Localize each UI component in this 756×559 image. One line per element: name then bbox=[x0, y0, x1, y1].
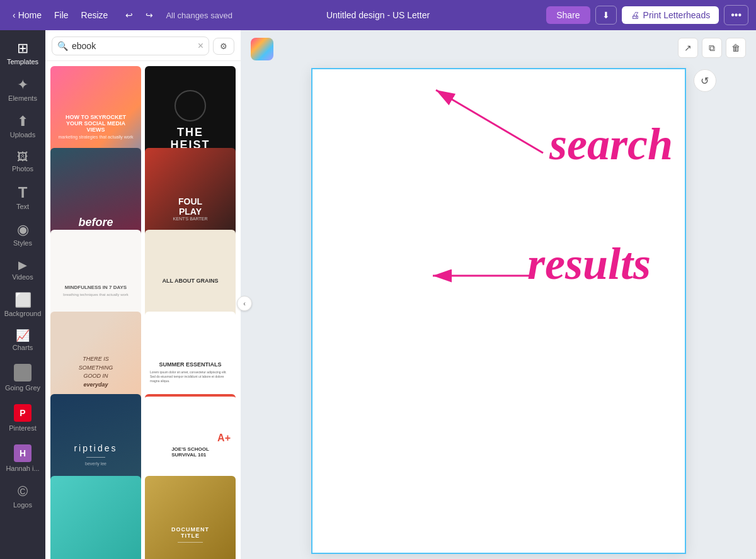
sidebar-item-charts-label: Charts bbox=[13, 344, 33, 351]
home-label: Home bbox=[18, 10, 42, 20]
pinterest-icon: P bbox=[14, 404, 32, 422]
duplicate-icon: ⧉ bbox=[709, 43, 715, 54]
sidebar-item-background[interactable]: ⬜ Background bbox=[0, 287, 45, 324]
canvas-area: ↗ ⧉ 🗑 ↺ bbox=[241, 30, 756, 559]
more-icon: ••• bbox=[731, 9, 742, 20]
sidebar-item-templates[interactable]: ⊞ Templates bbox=[0, 35, 45, 72]
search-input[interactable] bbox=[72, 41, 194, 51]
redo-button[interactable]: ↪ bbox=[140, 8, 158, 23]
filter-icon: ⚙ bbox=[220, 42, 227, 51]
photos-icon: 🖼 bbox=[17, 151, 28, 162]
topbar: ‹ Home File Resize ↩ ↪ All changes saved… bbox=[0, 0, 756, 30]
sidebar-item-text[interactable]: T Text bbox=[0, 179, 45, 217]
templates-panel: 🔍 × ⚙ HOW TO SKYROCKET YOUR SOCIAL MEDIA… bbox=[45, 30, 241, 559]
elements-icon: ✦ bbox=[17, 78, 28, 92]
list-item[interactable]: DOCUMENTTITLE bbox=[145, 476, 236, 559]
sidebar-item-styles-label: Styles bbox=[13, 239, 32, 247]
charts-icon: 📈 bbox=[16, 330, 30, 341]
sidebar-item-uploads-label: Uploads bbox=[10, 131, 35, 138]
sidebar-item-photos[interactable]: 🖼 Photos bbox=[0, 145, 45, 179]
heist-vinyl bbox=[175, 90, 206, 121]
sidebar-item-videos-label: Videos bbox=[12, 273, 33, 281]
sidebar-item-hannah-label: Hannah i... bbox=[6, 465, 39, 472]
print-button[interactable]: 🖨 Print Letterheads bbox=[622, 6, 719, 24]
sidebar-item-going-grey[interactable]: Going Grey bbox=[0, 358, 45, 398]
color-palette-button[interactable] bbox=[251, 38, 273, 60]
save-status: All changes saved bbox=[166, 11, 232, 20]
more-options-button[interactable]: ••• bbox=[724, 5, 748, 25]
duplicate-page-button[interactable]: ⧉ bbox=[702, 38, 722, 58]
collapse-icon: ‹ bbox=[243, 300, 246, 307]
sidebar-item-videos[interactable]: ▶ Videos bbox=[0, 253, 45, 287]
history-nav: ↩ ↪ bbox=[120, 8, 158, 23]
undo-icon: ↩ bbox=[125, 10, 133, 20]
search-icon: 🔍 bbox=[57, 41, 68, 51]
topbar-actions: Share ⬇ 🖨 Print Letterheads ••• bbox=[546, 5, 748, 25]
background-icon: ⬜ bbox=[14, 293, 32, 307]
templates-grid: HOW TO SKYROCKET YOUR SOCIAL MEDIA VIEWS… bbox=[45, 61, 241, 559]
trash-icon: 🗑 bbox=[731, 43, 740, 53]
text-icon: T bbox=[18, 185, 28, 200]
print-icon: 🖨 bbox=[631, 10, 639, 20]
open-in-new-button[interactable]: ↗ bbox=[678, 38, 698, 58]
canvas-toolbar: ↗ ⧉ 🗑 bbox=[678, 38, 746, 58]
sidebar-item-charts[interactable]: 📈 Charts bbox=[0, 324, 45, 358]
uploads-icon: ⬆ bbox=[17, 115, 28, 128]
print-label: Print Letterheads bbox=[643, 10, 711, 20]
delete-page-button[interactable]: 🗑 bbox=[726, 38, 746, 58]
videos-icon: ▶ bbox=[18, 259, 27, 271]
redo-icon: ↪ bbox=[146, 10, 153, 20]
sidebar-item-elements-label: Elements bbox=[8, 94, 37, 102]
sidebar-item-background-label: Background bbox=[4, 310, 42, 317]
download-icon: ⬇ bbox=[602, 10, 610, 20]
filter-button[interactable]: ⚙ bbox=[213, 38, 234, 55]
sidebar-item-photos-label: Photos bbox=[12, 165, 33, 172]
sidebar-item-styles[interactable]: ◉ Styles bbox=[0, 217, 45, 253]
download-button[interactable]: ⬇ bbox=[595, 6, 617, 25]
sidebar-item-pinterest[interactable]: P Pinterest bbox=[0, 398, 45, 438]
sidebar-item-uploads[interactable]: ⬆ Uploads bbox=[0, 108, 45, 145]
sidebar-item-going-grey-label: Going Grey bbox=[5, 384, 40, 392]
sidebar-item-logos[interactable]: © Logos bbox=[0, 478, 45, 515]
clear-search-button[interactable]: × bbox=[198, 40, 203, 52]
sidebar: ⊞ Templates ✦ Elements ⬆ Uploads 🖼 Photo… bbox=[0, 30, 45, 559]
collapse-panel-button[interactable]: ‹ bbox=[237, 296, 252, 311]
design-title: Untitled design - US Letter bbox=[326, 10, 430, 20]
styles-icon: ◉ bbox=[17, 223, 29, 237]
hannah-icon: H bbox=[14, 444, 32, 462]
main-layout: ⊞ Templates ✦ Elements ⬆ Uploads 🖼 Photo… bbox=[0, 30, 756, 559]
open-new-icon: ↗ bbox=[684, 43, 692, 53]
logos-icon: © bbox=[18, 485, 28, 499]
file-menu-button[interactable]: File bbox=[49, 8, 74, 23]
sidebar-item-logos-label: Logos bbox=[13, 501, 32, 509]
back-button[interactable]: ‹ Home bbox=[8, 8, 47, 23]
sidebar-item-text-label: Text bbox=[16, 203, 29, 210]
search-bar: 🔍 × ⚙ bbox=[45, 30, 241, 61]
sidebar-item-hannah[interactable]: H Hannah i... bbox=[0, 438, 45, 478]
refresh-icon: ↺ bbox=[701, 75, 709, 87]
templates-icon: ⊞ bbox=[17, 42, 28, 55]
list-item[interactable]: SPRING bbox=[50, 476, 141, 559]
sidebar-item-pinterest-label: Pinterest bbox=[9, 424, 36, 432]
resize-button[interactable]: Resize bbox=[76, 8, 113, 23]
search-input-wrap: 🔍 × bbox=[52, 37, 209, 55]
canvas-page: ↺ bbox=[311, 68, 686, 554]
refresh-button[interactable]: ↺ bbox=[694, 69, 716, 92]
sidebar-item-elements[interactable]: ✦ Elements bbox=[0, 72, 45, 108]
topbar-left: ‹ Home File Resize ↩ ↪ All changes saved bbox=[8, 8, 232, 23]
undo-button[interactable]: ↩ bbox=[120, 8, 138, 23]
chevron-left-icon: ‹ bbox=[13, 10, 16, 20]
going-grey-icon bbox=[14, 364, 32, 381]
share-button[interactable]: Share bbox=[546, 6, 590, 24]
sidebar-item-templates-label: Templates bbox=[7, 58, 38, 65]
